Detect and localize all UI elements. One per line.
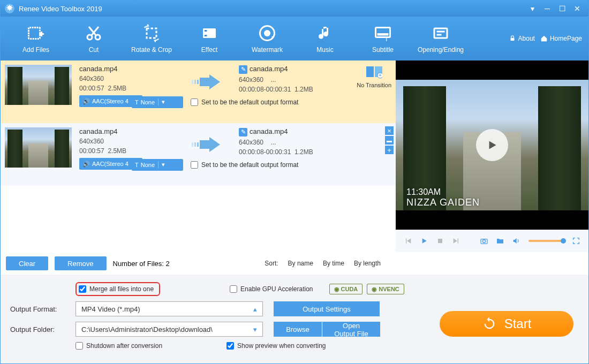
tool-effect[interactable]: Effect — [180, 21, 238, 56]
folder-button[interactable] — [494, 235, 506, 247]
output-resolution: 640x360 ... — [239, 139, 396, 146]
svg-rect-14 — [437, 34, 442, 36]
tool-music[interactable]: Music — [296, 21, 354, 56]
default-format-checkbox[interactable]: Set to be the default output format — [191, 161, 298, 169]
svg-rect-19 — [366, 66, 374, 77]
svg-point-8 — [264, 30, 270, 36]
tool-opening-ending[interactable]: Opening/Ending — [412, 21, 470, 56]
tool-cut[interactable]: Cut — [65, 21, 123, 56]
clear-button[interactable]: Clear — [6, 256, 48, 270]
tool-add-files[interactable]: Add Files — [7, 21, 65, 56]
file-item[interactable]: canada.mp4 640x360 00:00:57 2.5MB 🔊 AAC(… — [1, 60, 396, 123]
start-button[interactable]: Start — [440, 311, 573, 337]
svg-text:+: + — [379, 72, 382, 78]
svg-rect-0 — [29, 28, 40, 39]
svg-rect-23 — [192, 142, 193, 147]
bottom-panel: Merge all files into one Enable GPU Acce… — [1, 275, 588, 364]
sort-label: Sort: — [265, 260, 278, 267]
subtitle-dropdown[interactable]: T None▾ — [132, 96, 183, 108]
svg-point-28 — [482, 240, 485, 242]
edit-icon[interactable]: ✎ — [239, 128, 247, 136]
volume-slider[interactable] — [528, 240, 564, 242]
sort-by-time[interactable]: By time — [323, 260, 344, 267]
output-range-size: 00:00:08-00:00:31 1.2MB — [239, 148, 396, 156]
chevron-up-icon: ▴ — [253, 305, 257, 313]
tool-subtitle[interactable]: TSubtitle — [354, 21, 412, 56]
svg-rect-24 — [194, 142, 196, 147]
shutdown-checkbox[interactable]: Shutdown after conversion — [75, 342, 162, 350]
minimize-button[interactable]: ─ — [540, 3, 554, 14]
output-settings-button[interactable]: Output Settings — [274, 301, 380, 316]
svg-text:T: T — [384, 35, 389, 43]
homepage-link[interactable]: HomePage — [540, 35, 582, 42]
output-folder-combo[interactable]: C:\Users\Administrator\Desktop\download\… — [75, 322, 263, 337]
open-output-button[interactable]: Open Output File — [322, 322, 380, 337]
file-name: canada.mp4 — [79, 65, 186, 73]
preview-time-overlay: 11:30AM — [406, 187, 480, 197]
play-button[interactable] — [476, 129, 508, 161]
merge-checkbox[interactable]: Merge all files into one — [79, 285, 154, 293]
next-button[interactable] — [450, 235, 462, 247]
dropdown-icon[interactable]: ▾ — [525, 3, 539, 14]
transition-icon[interactable]: + — [366, 65, 382, 79]
chevron-down-icon: ▾ — [253, 325, 257, 333]
svg-rect-26 — [438, 239, 442, 243]
file-list: canada.mp4 640x360 00:00:57 2.5MB 🔊 AAC(… — [1, 60, 396, 252]
preview-pane: 11:30AM NIZZA GAIDEN — [396, 60, 588, 230]
more-icon[interactable]: ... — [270, 139, 276, 146]
list-bar: Clear Remove Number of Files: 2 Sort: By… — [1, 252, 588, 275]
svg-rect-13 — [437, 31, 445, 33]
output-folder-label: Output Folder: — [10, 325, 75, 333]
item-close-button[interactable]: × — [385, 126, 394, 135]
svg-rect-16 — [192, 80, 193, 84]
item-add-button[interactable]: + — [385, 146, 394, 154]
cuda-badge: ◉ CUDA — [329, 284, 363, 294]
remove-button[interactable]: Remove — [55, 256, 106, 270]
fullscreen-button[interactable] — [570, 235, 582, 247]
tool-watermark[interactable]: Watermark — [238, 21, 296, 56]
tool-rotate-crop[interactable]: Rotate & Crop — [123, 21, 180, 56]
close-button[interactable]: ✕ — [570, 3, 584, 14]
gpu-checkbox[interactable]: Enable GPU Acceleration — [230, 285, 313, 293]
snapshot-button[interactable] — [478, 235, 490, 247]
svg-rect-18 — [197, 80, 199, 84]
browse-button[interactable]: Browse — [274, 322, 322, 337]
nvenc-badge: ◉ NVENC — [367, 284, 404, 294]
arrow-icon — [191, 137, 223, 152]
maximize-button[interactable]: ☐ — [555, 3, 569, 14]
svg-rect-5 — [205, 30, 207, 32]
file-count-label: Number of Files: 2 — [113, 260, 170, 268]
file-thumbnail — [5, 127, 72, 168]
main-toolbar: Add Files Cut Rotate & Crop Effect Water… — [1, 17, 588, 60]
svg-rect-15 — [510, 38, 514, 41]
more-icon[interactable]: ... — [270, 76, 276, 84]
stop-button[interactable] — [434, 235, 446, 247]
file-duration-size: 00:00:57 2.5MB — [79, 85, 186, 92]
item-down-button[interactable]: ▬ — [385, 136, 394, 145]
merge-highlight: Merge all files into one — [75, 282, 160, 296]
file-duration-size: 00:00:57 2.5MB — [79, 147, 186, 155]
file-resolution: 640x360 — [79, 138, 186, 145]
sort-by-name[interactable]: By name — [288, 260, 313, 267]
volume-button[interactable] — [510, 235, 522, 247]
prev-button[interactable] — [402, 235, 414, 247]
player-controls — [396, 230, 588, 252]
svg-rect-25 — [197, 142, 199, 147]
svg-rect-17 — [194, 80, 196, 84]
default-format-checkbox[interactable]: Set to be the default output format — [191, 98, 298, 106]
file-thumbnail — [5, 65, 72, 105]
preview-caption-overlay: NIZZA GAIDEN — [406, 197, 480, 208]
play-control-button[interactable] — [418, 235, 430, 247]
file-name: canada.mp4 — [79, 127, 186, 135]
svg-rect-6 — [205, 35, 207, 36]
transition-label: No Transition — [357, 82, 391, 88]
output-format-combo[interactable]: MP4 Video (*.mp4)▴ — [75, 301, 263, 316]
subtitle-dropdown[interactable]: T None▾ — [132, 159, 183, 171]
file-item[interactable]: canada.mp4 640x360 00:00:57 2.5MB 🔊 AAC(… — [1, 123, 396, 186]
show-preview-checkbox[interactable]: Show preview when converting — [226, 342, 326, 350]
sort-by-length[interactable]: By length — [354, 260, 381, 267]
edit-icon[interactable]: ✎ — [239, 65, 247, 74]
about-link[interactable]: About — [509, 35, 535, 42]
app-title: Renee Video Toolbox 2019 — [19, 5, 102, 13]
output-name: ✎canada.mp4 — [239, 127, 396, 136]
